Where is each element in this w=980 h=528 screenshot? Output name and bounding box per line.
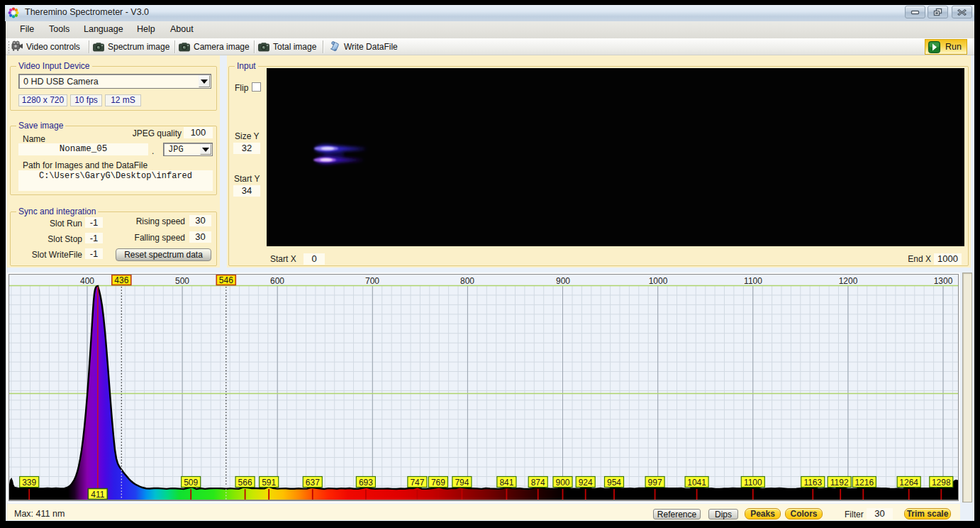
svg-text:1216: 1216: [854, 478, 874, 488]
svg-text:1300: 1300: [934, 276, 953, 286]
svg-text:900: 900: [556, 276, 570, 286]
svg-text:566: 566: [238, 478, 252, 488]
svg-text:794: 794: [455, 478, 469, 488]
svg-text:339: 339: [22, 478, 36, 488]
svg-text:1100: 1100: [744, 478, 762, 488]
svg-text:1041: 1041: [687, 478, 706, 488]
svg-text:1000: 1000: [649, 276, 668, 286]
svg-text:591: 591: [262, 478, 276, 488]
svg-text:997: 997: [648, 478, 662, 488]
svg-text:1192: 1192: [830, 478, 849, 488]
svg-text:400: 400: [80, 276, 94, 286]
svg-text:1264: 1264: [899, 478, 918, 488]
svg-text:509: 509: [184, 478, 198, 488]
svg-text:637: 637: [306, 478, 320, 488]
svg-text:411: 411: [91, 490, 104, 500]
svg-text:874: 874: [531, 478, 545, 488]
svg-text:769: 769: [431, 478, 445, 488]
svg-text:600: 600: [270, 276, 284, 286]
svg-text:1200: 1200: [839, 276, 858, 286]
svg-text:693: 693: [359, 478, 373, 488]
svg-text:841: 841: [499, 478, 513, 488]
svg-text:1298: 1298: [932, 478, 951, 488]
svg-text:800: 800: [460, 276, 474, 286]
svg-text:436: 436: [114, 275, 128, 285]
svg-text:546: 546: [219, 275, 233, 285]
svg-text:700: 700: [365, 276, 379, 286]
svg-text:954: 954: [607, 478, 621, 488]
svg-text:924: 924: [579, 478, 593, 488]
svg-text:500: 500: [175, 276, 189, 286]
svg-text:900: 900: [555, 478, 569, 488]
svg-text:1100: 1100: [744, 276, 762, 286]
svg-text:747: 747: [410, 478, 424, 488]
svg-text:1163: 1163: [803, 478, 822, 488]
